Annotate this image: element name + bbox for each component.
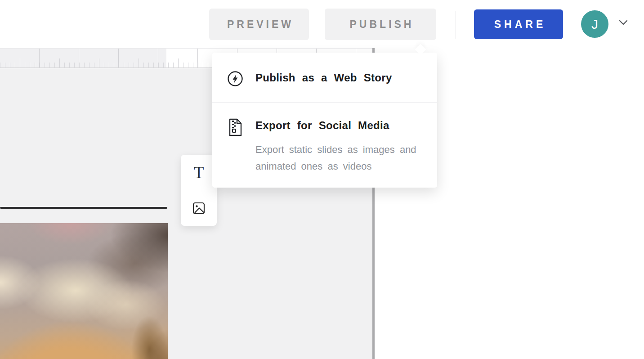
image-tool-button[interactable] <box>181 190 217 226</box>
chevron-down-icon[interactable] <box>618 19 629 26</box>
menu-item-export-social[interactable]: Export for Social Media Export static sl… <box>212 118 437 176</box>
image-icon <box>192 201 206 215</box>
lightning-circle-icon <box>227 70 244 87</box>
menu-item-title: Publish as a Web Story <box>255 72 392 84</box>
publish-menu: Publish as a Web Story Export for Social… <box>212 53 437 188</box>
avatar[interactable]: J <box>581 10 608 38</box>
publish-button[interactable]: PUBLISH <box>325 9 436 40</box>
text-tool-button[interactable]: T <box>181 155 217 190</box>
share-button[interactable]: SHARE <box>474 9 563 39</box>
menu-item-title: Export for Social Media <box>255 119 389 132</box>
dog-photo[interactable] <box>0 223 168 359</box>
top-bar: PREVIEW PUBLISH SHARE J <box>0 0 644 48</box>
preview-button[interactable]: PREVIEW <box>209 9 309 40</box>
menu-item-description: Export static slides as images and anima… <box>255 141 417 175</box>
divider-line-element[interactable] <box>0 207 167 209</box>
tool-palette: T <box>181 155 217 226</box>
menu-item-publish-web-story[interactable]: Publish as a Web Story <box>212 70 437 103</box>
text-tool-icon: T <box>194 163 204 182</box>
zip-file-icon <box>227 118 244 137</box>
